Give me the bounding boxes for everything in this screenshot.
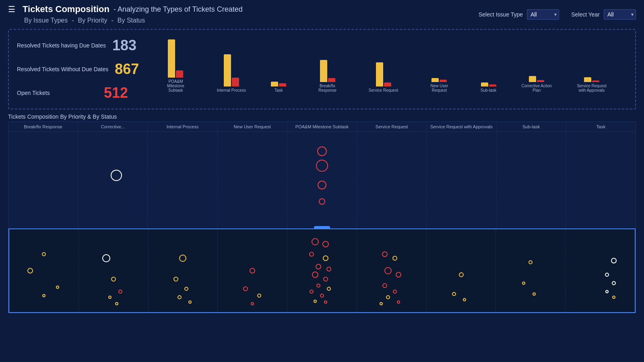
nav-sep-1: -: [72, 17, 74, 24]
red-bar: [232, 78, 239, 86]
bubble-col-upper: [427, 132, 496, 228]
bar-pair: [431, 78, 447, 82]
bar-group: Service Request: [369, 62, 398, 93]
gold-bar: [584, 77, 591, 82]
bubble: [250, 268, 255, 274]
issue-type-select[interactable]: All Bug Task Story: [527, 9, 559, 20]
gold-bar: [431, 78, 439, 82]
gold-bar: [529, 76, 536, 82]
bubble: [316, 160, 328, 172]
bar-group: POA&M Milestone Subtask: [159, 39, 192, 93]
bubble: [382, 283, 387, 288]
bubble: [111, 170, 122, 181]
bubble: [386, 295, 390, 299]
title-row: ☰ Tickets Composition - Analyzing the Ty…: [8, 4, 243, 14]
col-header: New User Request: [218, 122, 287, 132]
bar-pair: [168, 39, 183, 78]
bar-pair: [271, 82, 286, 86]
bubble: [522, 282, 525, 285]
bubble: [320, 294, 324, 298]
col-header: Service Request with Approvals: [427, 122, 496, 132]
bubble: [243, 286, 248, 291]
col-header: Sub-task: [497, 122, 566, 132]
col-header: Break/fix Response: [8, 122, 78, 132]
bubble: [310, 290, 314, 294]
bar-label: Task: [275, 88, 283, 93]
summary-bar-chart: POA&M Milestone SubtaskInternal ProcessT…: [139, 34, 627, 105]
header: ☰ Tickets Composition - Analyzing the Ty…: [0, 0, 644, 25]
bar-group: Corrective Action Plan: [522, 76, 552, 93]
bubble: [384, 267, 392, 274]
stat-value-resolved-with-dates: 183: [112, 37, 136, 54]
bar-group: Internal Process: [217, 54, 246, 93]
bubble: [102, 254, 110, 262]
bubble: [108, 296, 111, 299]
bubble-col-upper: [497, 132, 566, 228]
bubble: [312, 238, 319, 245]
bubble: [396, 272, 401, 278]
summary-section: Resolved Tickets having Due Dates 183 Re…: [8, 29, 636, 109]
bubble-col-lower: [427, 229, 496, 312]
bubble: [312, 272, 318, 278]
hamburger-icon[interactable]: ☰: [8, 4, 15, 14]
bar-pair: [376, 62, 391, 86]
stat-value-open-tickets: 512: [104, 84, 128, 101]
bar-pair: [481, 82, 496, 86]
gold-bar: [224, 54, 231, 86]
bubble: [323, 255, 328, 261]
bubble-chart-lower: [8, 228, 636, 313]
bubble: [319, 198, 325, 205]
bubble: [42, 294, 45, 297]
year-select-wrapper: All 2021 2022 2023: [604, 9, 636, 20]
stat-row-resolved-with-dates: Resolved Tickets having Due Dates 183: [17, 37, 139, 54]
bubble: [257, 294, 261, 298]
bubble-col-upper: [287, 132, 357, 228]
bubble: [314, 300, 317, 303]
bubble: [42, 252, 46, 256]
bubble: [184, 287, 188, 291]
bubble: [118, 290, 122, 294]
year-select[interactable]: All 2021 2022 2023: [604, 9, 636, 20]
tab-by-priority[interactable]: By Priority: [76, 16, 109, 25]
col-header: Corrective...: [78, 122, 148, 132]
gold-bar: [376, 62, 383, 86]
bubble: [452, 292, 456, 296]
bubble-chart: Break/fix ResponseCorrective...Internal …: [8, 121, 636, 313]
bubble: [463, 298, 466, 301]
bar-group: Break/fix Response: [312, 60, 344, 93]
bar-group: Sub-task: [481, 82, 496, 93]
bubble: [459, 272, 464, 277]
bubble: [605, 290, 609, 293]
bar-group: Service Request with Approvals: [577, 77, 606, 93]
bar-label: POA&M Milestone Subtask: [159, 79, 192, 93]
bubble: [324, 300, 327, 304]
issue-type-filter: Select Issue Type All Bug Task Story: [479, 9, 559, 20]
stat-label-open-tickets: Open Tickets: [17, 90, 97, 96]
tab-by-issue-types[interactable]: By Issue Types: [23, 16, 69, 25]
bar-pair: [320, 60, 335, 82]
header-left: ☰ Tickets Composition - Analyzing the Ty…: [8, 4, 243, 25]
gold-bar: [320, 60, 327, 82]
bubble: [251, 302, 254, 305]
chart-section: Tickets Composition By Priority & By Sta…: [8, 113, 636, 313]
bubble: [380, 302, 383, 305]
red-bar: [328, 78, 335, 82]
bar-label: New User Request: [423, 84, 455, 93]
bubble: [612, 296, 615, 299]
bubble-chart-header: Break/fix ResponseCorrective...Internal …: [8, 122, 636, 132]
bar-pair: [224, 54, 239, 86]
stat-label-resolved-with-dates: Resolved Tickets having Due Dates: [17, 42, 106, 49]
bubble: [318, 181, 326, 189]
bar-group: New User Request: [423, 78, 455, 93]
tab-by-status[interactable]: By Status: [116, 16, 147, 25]
bar-label: Break/fix Response: [312, 84, 344, 93]
issue-type-select-wrapper: All Bug Task Story: [527, 9, 559, 20]
bottom-section-wrapper: [8, 228, 636, 313]
bubble-col-lower: [357, 229, 427, 312]
bubble-col-lower: [566, 229, 635, 312]
chart-section-title: Tickets Composition By Priority & By Sta…: [8, 113, 636, 120]
bar-label: Sub-task: [481, 88, 496, 93]
bubble: [392, 256, 397, 261]
col-header: Service Request: [357, 122, 427, 132]
bubble-col-upper: [148, 132, 217, 228]
